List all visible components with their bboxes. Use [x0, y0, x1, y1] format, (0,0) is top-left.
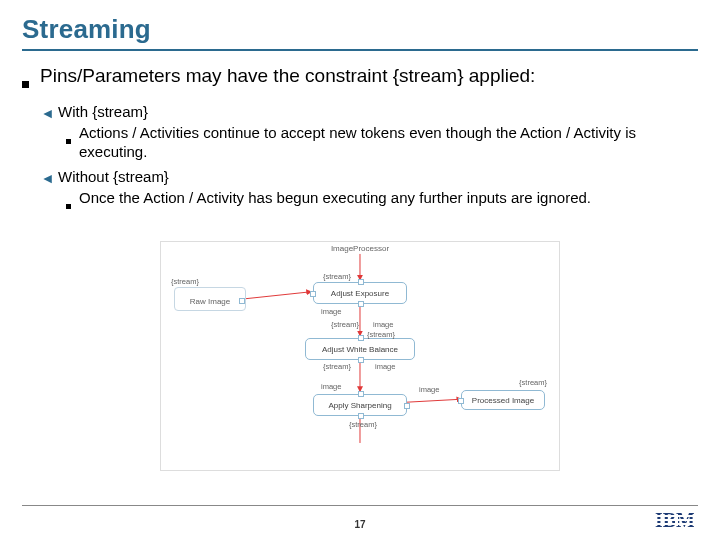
- bullet-lvl2: ◂ With {stream}: [44, 103, 698, 122]
- image-label: image: [321, 307, 341, 316]
- footer: I B M: [0, 509, 720, 532]
- pin-icon: [358, 335, 364, 341]
- processed-image-node: Processed Image: [461, 390, 545, 410]
- title-underline: [22, 49, 698, 51]
- lvl2-text: With {stream}: [58, 103, 148, 122]
- logo-letter: I: [655, 509, 662, 532]
- square-bullet-icon: [22, 71, 32, 93]
- pin-icon: [358, 391, 364, 397]
- lvl1-text: Pins/Parameters may have the constraint …: [40, 65, 535, 93]
- raw-image-text: Raw Image: [190, 297, 230, 306]
- arrow-bullet-icon: ◂: [44, 169, 52, 187]
- square-bullet-icon: [66, 195, 73, 214]
- processed-image-text: Processed Image: [472, 396, 534, 405]
- stream-label: {stream}: [323, 272, 351, 281]
- svg-line-1: [246, 292, 312, 299]
- stream-label: {stream}: [331, 320, 359, 329]
- pin-icon: [239, 298, 245, 304]
- bullet-lvl1: Pins/Parameters may have the constraint …: [22, 65, 698, 93]
- raw-image-label: Raw Image: [179, 292, 241, 310]
- pin-icon: [358, 301, 364, 307]
- pin-icon: [458, 398, 464, 404]
- image-label: image: [373, 320, 393, 329]
- logo-letter: M: [676, 509, 694, 532]
- slide: Streaming Pins/Parameters may have the c…: [0, 0, 720, 540]
- pin-icon: [358, 279, 364, 285]
- stream-label: {stream}: [323, 362, 351, 371]
- image-label: image: [321, 382, 341, 391]
- lvl3-text: Actions / Activities continue to accept …: [79, 124, 698, 162]
- bullet-lvl3: Once the Action / Activity has begun exe…: [66, 189, 698, 214]
- pin-icon: [404, 403, 410, 409]
- activity-label: Apply Sharpening: [328, 401, 391, 410]
- slide-title: Streaming: [22, 14, 698, 45]
- activity-adjust-white-balance: Adjust White Balance: [305, 338, 415, 360]
- ibm-logo-icon: I B M: [655, 509, 694, 532]
- pin-icon: [358, 413, 364, 419]
- diagram: ImageProcessor Raw Image {stream} Adjust…: [160, 241, 560, 471]
- stream-label: {stream}: [171, 277, 199, 286]
- activity-label: Adjust White Balance: [322, 345, 398, 354]
- lvl3-text: Once the Action / Activity has begun exe…: [79, 189, 591, 214]
- pin-icon: [310, 291, 316, 297]
- footer-rule: [22, 505, 698, 506]
- logo-letter: B: [663, 509, 675, 532]
- arrow-bullet-icon: ◂: [44, 104, 52, 122]
- stream-label: {stream}: [519, 378, 547, 387]
- stream-label: {stream}: [367, 330, 395, 339]
- bullet-lvl3: Actions / Activities continue to accept …: [66, 124, 698, 162]
- image-label: image: [375, 362, 395, 371]
- lvl2-text: Without {stream}: [58, 168, 169, 187]
- activity-adjust-exposure: Adjust Exposure: [313, 282, 407, 304]
- square-bullet-icon: [66, 130, 73, 162]
- stream-label: {stream}: [349, 420, 377, 429]
- activity-label: Adjust Exposure: [331, 289, 389, 298]
- bullet-lvl2: ◂ Without {stream}: [44, 168, 698, 187]
- activity-apply-sharpening: Apply Sharpening: [313, 394, 407, 416]
- pin-icon: [358, 357, 364, 363]
- image-label: image: [419, 385, 439, 394]
